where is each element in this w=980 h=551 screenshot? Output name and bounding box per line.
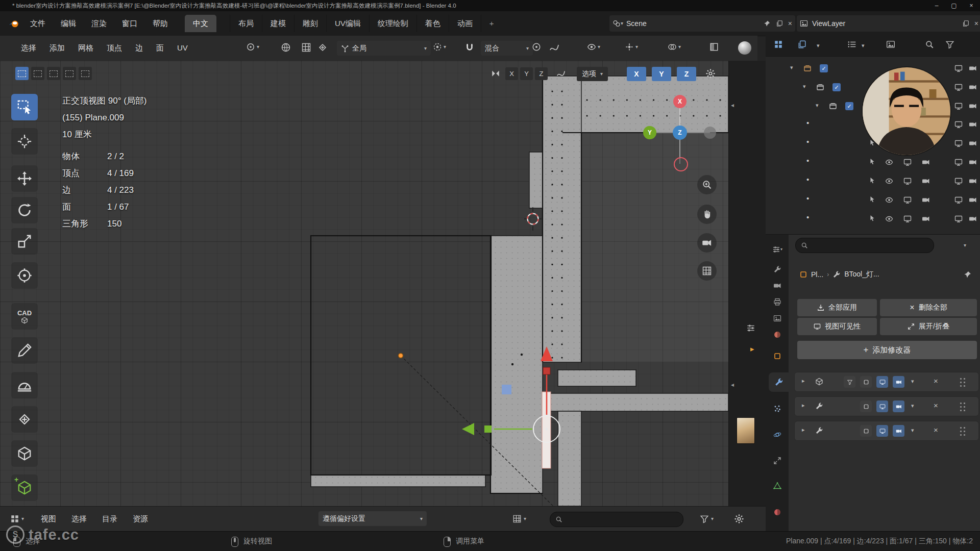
workspace-tab-layout[interactable]: 布局	[230, 15, 262, 32]
monitor-icon[interactable]	[954, 177, 963, 185]
delete-all-button[interactable]: × 删除全部	[880, 299, 977, 316]
camera-icon[interactable]	[969, 158, 977, 166]
minimize-button[interactable]: –	[928, 0, 945, 11]
tab-particles[interactable]	[770, 401, 785, 416]
overlays-menu[interactable]: ▾	[668, 42, 681, 52]
snap-axis-z-button[interactable]: Z	[677, 67, 696, 81]
fake-user-icon[interactable]	[764, 20, 771, 27]
render-display-toggle[interactable]	[893, 425, 904, 437]
remove-viewlayer-icon[interactable]: ×	[974, 19, 978, 28]
drag-handle[interactable]	[959, 426, 966, 436]
monitor-icon[interactable]	[954, 64, 963, 72]
menu-edit[interactable]: 编辑	[53, 12, 84, 35]
tab-editor-selector[interactable]: ▾	[770, 242, 785, 257]
disclosure-icon[interactable]: ▾	[816, 102, 819, 109]
workspace-tab-texture-paint[interactable]: 纹理绘制	[369, 15, 416, 32]
pivot-point-select[interactable]: ▾	[433, 42, 446, 52]
workspace-tab-modeling[interactable]: 建模	[262, 15, 294, 32]
modifier-row[interactable]: ▸ ▾ ×	[794, 372, 979, 392]
tab-tool[interactable]	[770, 262, 785, 277]
camera-icon[interactable]	[922, 177, 930, 185]
disclosure-icon[interactable]: ▸	[802, 402, 805, 409]
monitor-icon[interactable]	[954, 196, 963, 204]
snap-magnet-icon[interactable]	[464, 42, 475, 53]
tool-add-primitive[interactable]: +	[11, 474, 38, 501]
monitor-icon[interactable]	[954, 120, 963, 129]
outliner-list-icon[interactable]	[847, 40, 856, 49]
realtime-display-toggle[interactable]	[876, 376, 888, 388]
camera-icon[interactable]	[969, 177, 977, 185]
tab-render[interactable]	[770, 278, 785, 293]
camera-icon[interactable]	[969, 120, 977, 129]
gizmos-menu[interactable]: ▾	[625, 42, 638, 52]
menu-uv[interactable]: UV	[170, 36, 194, 60]
mirror-x-toggle[interactable]: X	[505, 67, 518, 80]
monitor-icon[interactable]	[954, 83, 963, 91]
driver-editor-icon[interactable]	[746, 323, 755, 333]
menu-add[interactable]: 添加	[43, 36, 71, 60]
eye-icon[interactable]	[885, 158, 893, 166]
select-mode-invert-button[interactable]	[63, 67, 76, 80]
menu-window[interactable]: 窗口	[114, 12, 145, 35]
play-icon[interactable]: ▸	[750, 344, 754, 354]
correct-face-attributes-icon[interactable]	[556, 69, 566, 78]
tab-physics[interactable]	[770, 427, 785, 442]
close-icon[interactable]: ×	[934, 377, 938, 385]
tab-object[interactable]	[770, 348, 785, 364]
disclosure-icon[interactable]: ▾	[803, 83, 806, 90]
realtime-display-toggle[interactable]	[876, 425, 888, 437]
tool-cad-transform[interactable]: CAD	[11, 303, 38, 330]
menu-render[interactable]: 渲染	[84, 12, 114, 35]
snap-blend-select[interactable]: 混合 ▾	[481, 41, 533, 56]
tool-add-cube[interactable]	[11, 440, 38, 467]
monitor-icon[interactable]	[954, 102, 963, 110]
properties-search-input[interactable]	[811, 241, 928, 250]
blender-logo-icon[interactable]	[8, 18, 19, 29]
collection-checkbox[interactable]: ✓	[845, 102, 853, 110]
pin-icon[interactable]	[964, 270, 972, 279]
camera-icon[interactable]	[922, 196, 930, 204]
camera-icon[interactable]	[969, 139, 977, 147]
tool-cursor[interactable]	[11, 128, 38, 155]
camera-icon[interactable]	[922, 158, 930, 166]
vertex-dot[interactable]	[511, 363, 513, 365]
render-preview-thumbnail[interactable]	[737, 417, 755, 444]
viewport-shading-sphere[interactable]	[738, 41, 751, 55]
gear-icon[interactable]	[734, 514, 744, 524]
nav-axis-z-ball[interactable]: Z	[673, 126, 687, 140]
select-mode-new-button[interactable]	[15, 67, 29, 80]
unlink-scene-icon[interactable]: ×	[788, 19, 792, 28]
view-visibility-button[interactable]: 视图可见性	[797, 318, 877, 335]
editor-type-icon[interactable]	[10, 514, 19, 523]
tool-move[interactable]	[11, 165, 38, 192]
close-icon[interactable]: ×	[934, 401, 938, 410]
chevron-down-icon[interactable]: ▾	[964, 243, 966, 248]
chevron-down-icon[interactable]: ▾	[911, 427, 914, 434]
expand-collapse-button[interactable]: 展开/折叠	[880, 318, 977, 335]
filter-dropdown[interactable]: ▾	[700, 514, 714, 523]
sidebar-toggle-icon[interactable]: ◂	[731, 102, 734, 109]
viewlayer-name[interactable]: ViewLayer	[812, 19, 845, 28]
gear-icon[interactable]	[705, 68, 716, 79]
edit-mode-toggle[interactable]	[860, 425, 872, 437]
outliner-collection-row[interactable]: ▾ ✓	[766, 60, 980, 77]
outliner-object-row[interactable]: •	[766, 154, 980, 170]
asset-search[interactable]	[550, 512, 683, 527]
select-mode-subtract-button[interactable]	[47, 67, 60, 80]
edit-mode-toggle[interactable]	[860, 376, 872, 388]
eye-icon[interactable]	[885, 196, 893, 204]
show-hide-menu[interactable]: ▾	[587, 42, 600, 52]
monitor-icon[interactable]	[954, 215, 963, 223]
maximize-button[interactable]: ▢	[945, 0, 963, 11]
chevron-down-icon[interactable]: ▾	[817, 42, 820, 49]
menu-face[interactable]: 面	[150, 36, 170, 60]
disclosure-icon[interactable]: ▾	[790, 64, 793, 71]
tool-annotate[interactable]	[11, 337, 38, 364]
disclosure-icon[interactable]: ▸	[802, 427, 805, 433]
camera-icon[interactable]	[969, 83, 977, 91]
select-mode-extend-button[interactable]	[31, 67, 44, 80]
add-workspace-button[interactable]: +	[481, 15, 502, 32]
disclosure-icon[interactable]: ▸	[802, 378, 805, 384]
nav-axis-y-ball[interactable]: Y	[643, 126, 656, 139]
camera-icon[interactable]	[969, 215, 977, 223]
